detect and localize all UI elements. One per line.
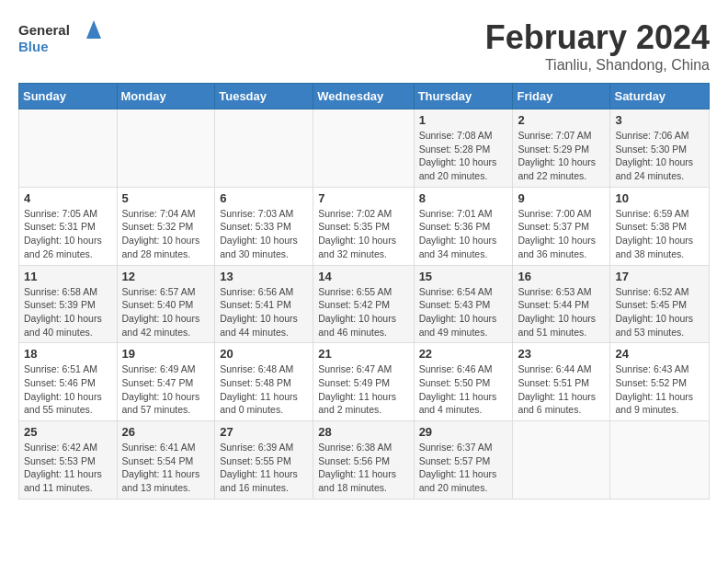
day-number: 3 — [615, 113, 704, 127]
location-label: Tianliu, Shandong, China — [485, 57, 710, 74]
day-info: Sunrise: 6:48 AM Sunset: 5:48 PM Dayligh… — [220, 362, 308, 417]
calendar-cell: 25Sunrise: 6:42 AM Sunset: 5:53 PM Dayli… — [19, 421, 118, 500]
day-number: 8 — [419, 191, 508, 205]
day-number: 5 — [122, 191, 210, 205]
day-info: Sunrise: 6:49 AM Sunset: 5:47 PM Dayligh… — [122, 362, 210, 417]
calendar-cell: 15Sunrise: 6:54 AM Sunset: 5:43 PM Dayli… — [414, 265, 513, 343]
calendar-cell: 28Sunrise: 6:38 AM Sunset: 5:56 PM Dayli… — [313, 421, 414, 500]
header-day-sunday: Sunday — [19, 84, 118, 109]
calendar-cell: 6Sunrise: 7:03 AM Sunset: 5:33 PM Daylig… — [215, 187, 313, 265]
calendar-cell: 21Sunrise: 6:47 AM Sunset: 5:49 PM Dayli… — [313, 343, 414, 421]
svg-marker-2 — [86, 20, 101, 39]
header-day-saturday: Saturday — [610, 84, 710, 109]
day-number: 18 — [24, 347, 112, 361]
day-number: 7 — [318, 191, 408, 205]
calendar-cell: 27Sunrise: 6:39 AM Sunset: 5:55 PM Dayli… — [215, 421, 313, 500]
day-number: 24 — [615, 347, 704, 361]
day-info: Sunrise: 6:46 AM Sunset: 5:50 PM Dayligh… — [419, 362, 508, 417]
calendar-cell: 19Sunrise: 6:49 AM Sunset: 5:47 PM Dayli… — [117, 343, 215, 421]
day-number: 12 — [122, 270, 210, 283]
calendar-cell: 10Sunrise: 6:59 AM Sunset: 5:38 PM Dayli… — [610, 187, 710, 265]
day-number: 19 — [122, 347, 210, 361]
day-number: 28 — [318, 425, 408, 439]
day-number: 20 — [220, 347, 308, 361]
page-header: General Blue February 2024 Tianliu, Shan… — [18, 18, 710, 74]
day-number: 29 — [419, 425, 508, 439]
day-info: Sunrise: 6:57 AM Sunset: 5:40 PM Dayligh… — [122, 285, 210, 339]
calendar-cell: 13Sunrise: 6:56 AM Sunset: 5:41 PM Dayli… — [215, 265, 313, 343]
header-day-friday: Friday — [513, 84, 610, 109]
day-number: 26 — [122, 425, 210, 439]
day-number: 11 — [24, 270, 112, 283]
calendar-cell — [610, 421, 710, 500]
calendar-cell: 4Sunrise: 7:05 AM Sunset: 5:31 PM Daylig… — [19, 187, 118, 265]
calendar-table: SundayMondayTuesdayWednesdayThursdayFrid… — [18, 83, 710, 500]
calendar-cell: 23Sunrise: 6:44 AM Sunset: 5:51 PM Dayli… — [513, 343, 610, 421]
calendar-cell: 3Sunrise: 7:06 AM Sunset: 5:30 PM Daylig… — [610, 109, 710, 188]
calendar-cell: 26Sunrise: 6:41 AM Sunset: 5:54 PM Dayli… — [117, 421, 215, 500]
day-info: Sunrise: 6:39 AM Sunset: 5:55 PM Dayligh… — [220, 441, 308, 495]
day-info: Sunrise: 6:54 AM Sunset: 5:43 PM Dayligh… — [419, 285, 508, 339]
day-number: 4 — [24, 191, 112, 205]
day-info: Sunrise: 7:05 AM Sunset: 5:31 PM Dayligh… — [24, 207, 112, 261]
day-info: Sunrise: 7:02 AM Sunset: 5:35 PM Dayligh… — [318, 207, 408, 261]
calendar-cell — [215, 109, 313, 188]
day-number: 17 — [615, 270, 704, 283]
calendar-cell — [513, 421, 610, 500]
calendar-cell: 16Sunrise: 6:53 AM Sunset: 5:44 PM Dayli… — [513, 265, 610, 343]
day-info: Sunrise: 6:59 AM Sunset: 5:38 PM Dayligh… — [615, 207, 704, 261]
month-year-title: February 2024 — [485, 18, 710, 57]
calendar-cell: 17Sunrise: 6:52 AM Sunset: 5:45 PM Dayli… — [610, 265, 710, 343]
calendar-cell: 9Sunrise: 7:00 AM Sunset: 5:37 PM Daylig… — [513, 187, 610, 265]
week-row-2: 4Sunrise: 7:05 AM Sunset: 5:31 PM Daylig… — [19, 187, 710, 265]
day-number: 9 — [518, 191, 605, 205]
day-info: Sunrise: 6:55 AM Sunset: 5:42 PM Dayligh… — [318, 285, 408, 339]
calendar-cell: 14Sunrise: 6:55 AM Sunset: 5:42 PM Dayli… — [313, 265, 414, 343]
day-number: 2 — [518, 113, 605, 127]
day-number: 21 — [318, 347, 408, 361]
day-info: Sunrise: 6:58 AM Sunset: 5:39 PM Dayligh… — [24, 285, 112, 339]
day-info: Sunrise: 6:43 AM Sunset: 5:52 PM Dayligh… — [615, 362, 704, 417]
day-info: Sunrise: 6:44 AM Sunset: 5:51 PM Dayligh… — [518, 362, 605, 417]
calendar-cell: 29Sunrise: 6:37 AM Sunset: 5:57 PM Dayli… — [414, 421, 513, 500]
day-number: 25 — [24, 425, 112, 439]
calendar-cell — [19, 109, 118, 188]
week-row-5: 25Sunrise: 6:42 AM Sunset: 5:53 PM Dayli… — [19, 421, 710, 500]
title-block: February 2024 Tianliu, Shandong, China — [485, 18, 710, 74]
header-row: SundayMondayTuesdayWednesdayThursdayFrid… — [19, 84, 710, 109]
day-info: Sunrise: 7:01 AM Sunset: 5:36 PM Dayligh… — [419, 207, 508, 261]
day-info: Sunrise: 7:04 AM Sunset: 5:32 PM Dayligh… — [122, 207, 210, 261]
day-info: Sunrise: 7:03 AM Sunset: 5:33 PM Dayligh… — [220, 207, 308, 261]
day-info: Sunrise: 6:56 AM Sunset: 5:41 PM Dayligh… — [220, 285, 308, 339]
svg-text:General: General — [18, 22, 70, 38]
calendar-cell: 8Sunrise: 7:01 AM Sunset: 5:36 PM Daylig… — [414, 187, 513, 265]
week-row-3: 11Sunrise: 6:58 AM Sunset: 5:39 PM Dayli… — [19, 265, 710, 343]
day-info: Sunrise: 6:51 AM Sunset: 5:46 PM Dayligh… — [24, 362, 112, 417]
day-number: 14 — [318, 270, 408, 283]
calendar-cell: 24Sunrise: 6:43 AM Sunset: 5:52 PM Dayli… — [610, 343, 710, 421]
day-number: 13 — [220, 270, 308, 283]
header-day-monday: Monday — [117, 84, 215, 109]
day-info: Sunrise: 6:41 AM Sunset: 5:54 PM Dayligh… — [122, 441, 210, 495]
day-number: 23 — [518, 347, 605, 361]
calendar-cell: 12Sunrise: 6:57 AM Sunset: 5:40 PM Dayli… — [117, 265, 215, 343]
day-info: Sunrise: 6:42 AM Sunset: 5:53 PM Dayligh… — [24, 441, 112, 495]
day-info: Sunrise: 6:38 AM Sunset: 5:56 PM Dayligh… — [318, 441, 408, 495]
day-info: Sunrise: 7:07 AM Sunset: 5:29 PM Dayligh… — [518, 129, 605, 183]
day-number: 10 — [615, 191, 704, 205]
calendar-cell: 22Sunrise: 6:46 AM Sunset: 5:50 PM Dayli… — [414, 343, 513, 421]
day-number: 6 — [220, 191, 308, 205]
logo: General Blue — [18, 18, 101, 59]
week-row-1: 1Sunrise: 7:08 AM Sunset: 5:28 PM Daylig… — [19, 109, 710, 188]
day-number: 15 — [419, 270, 508, 283]
day-number: 27 — [220, 425, 308, 439]
day-info: Sunrise: 7:06 AM Sunset: 5:30 PM Dayligh… — [615, 129, 704, 183]
day-number: 22 — [419, 347, 508, 361]
day-info: Sunrise: 6:52 AM Sunset: 5:45 PM Dayligh… — [615, 285, 704, 339]
header-day-tuesday: Tuesday — [215, 84, 313, 109]
calendar-cell: 11Sunrise: 6:58 AM Sunset: 5:39 PM Dayli… — [19, 265, 118, 343]
calendar-cell: 1Sunrise: 7:08 AM Sunset: 5:28 PM Daylig… — [414, 109, 513, 188]
calendar-cell: 7Sunrise: 7:02 AM Sunset: 5:35 PM Daylig… — [313, 187, 414, 265]
calendar-cell — [117, 109, 215, 188]
day-info: Sunrise: 6:53 AM Sunset: 5:44 PM Dayligh… — [518, 285, 605, 339]
